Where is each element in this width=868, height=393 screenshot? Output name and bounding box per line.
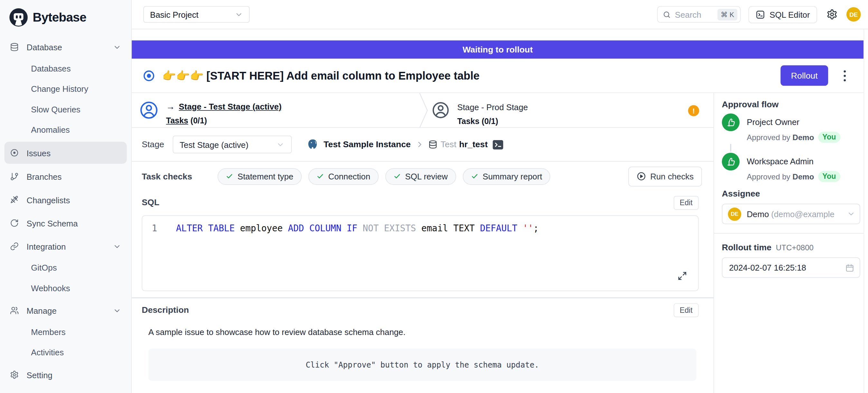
search-input[interactable]: Search ⌘ K (657, 6, 741, 23)
sidebar-item-integration[interactable]: Integration (4, 235, 127, 258)
rollout-time-input[interactable]: 2024-02-07 16:25:18 (722, 258, 860, 278)
git-branch-icon (10, 172, 19, 181)
database-icon (10, 42, 19, 51)
description-edit-button[interactable]: Edit (674, 303, 699, 317)
task-check-pill-statement-type[interactable]: Statement type (218, 168, 302, 185)
issue-header: 👉👉👉[START HERE] Add email column to Empl… (132, 59, 864, 93)
chevron-down-icon (235, 10, 243, 19)
approver-name: Demo (793, 171, 814, 182)
sidebar-item-label: Sync Schema (27, 218, 78, 228)
brand-name: Bytebase (33, 10, 86, 25)
kebab-menu-icon[interactable] (841, 69, 848, 82)
task-checks-label: Task checks (142, 171, 192, 181)
sync-icon (10, 219, 19, 228)
topbar: Basic Project Search ⌘ K SQL E (132, 0, 868, 29)
sidebar-item-branches[interactable]: Branches (4, 165, 127, 188)
project-select[interactable]: Basic Project (143, 6, 250, 23)
bytebase-logo-icon (8, 7, 29, 28)
link-icon (10, 242, 19, 251)
sidebar-item-changelists[interactable]: Changelists (4, 189, 127, 211)
sidebar-item-sync-schema[interactable]: Sync Schema (4, 212, 127, 234)
tasks-link[interactable]: Tasks (166, 116, 188, 125)
chevron-down-icon (276, 141, 284, 149)
assignee-name: Demo (747, 209, 769, 219)
sidebar-item-manage[interactable]: Manage (4, 300, 127, 322)
stage-divider (419, 93, 428, 128)
database-name[interactable]: hr_test (459, 140, 488, 149)
approval-flow-heading: Approval flow (722, 99, 778, 110)
stage-test[interactable]: → Stage - Test Stage (active) Tasks (0/1… (140, 101, 281, 126)
task-check-pill-summary-report[interactable]: Summary report (463, 168, 551, 185)
step-connector (730, 144, 731, 152)
search-shortcut-kbd: ⌘ K (717, 9, 737, 20)
sidebar-nav: DatabaseDatabasesChange HistorySlow Quer… (0, 33, 131, 386)
stage-timeline: → Stage - Test Stage (active) Tasks (0/1… (132, 93, 713, 128)
approval-role: Workspace Admin (747, 154, 840, 169)
issue-title-text: [START HERE] Add email column to Employe… (206, 69, 479, 82)
sidebar-item-members[interactable]: Members (4, 322, 127, 342)
users-icon (10, 306, 19, 315)
sidebar-item-activities[interactable]: Activities (4, 342, 127, 363)
stage-warning-badge: ! (688, 105, 699, 116)
task-check-pills: Statement typeConnectionSQL reviewSummar… (218, 168, 551, 185)
expand-icon[interactable] (678, 271, 687, 280)
sidebar-item-label: Members (31, 327, 65, 337)
circle-dot-icon (10, 149, 19, 157)
issue-detail: → Stage - Test Stage (active) Tasks (0/1… (132, 93, 713, 393)
sidebar-item-label: Anomalies (31, 125, 69, 134)
sidebar-item-webhooks[interactable]: Webhooks (4, 278, 127, 299)
open-in-sql-editor-icon[interactable] (493, 140, 503, 149)
task-check-label: Statement type (238, 172, 293, 181)
sidebar-item-database[interactable]: Database (4, 36, 127, 58)
scrollbar-gutter[interactable] (864, 29, 868, 393)
sidebar-item-databases[interactable]: Databases (4, 58, 127, 79)
sidebar-item-anomalies[interactable]: Anomalies (4, 120, 127, 140)
sidebar-item-slow-queries[interactable]: Slow Queries (4, 99, 127, 120)
sidebar-item-gitops[interactable]: GitOps (4, 258, 127, 278)
sidebar-item-change-history[interactable]: Change History (4, 79, 127, 99)
settings-gear-icon[interactable] (827, 9, 837, 20)
sql-editor-button[interactable]: SQL Editor (749, 6, 817, 23)
assignee-select[interactable]: DE Demo (demo@example (722, 204, 860, 224)
main-region: Basic Project Search ⌘ K SQL E (132, 0, 868, 393)
sql-editor-readonly[interactable]: 1 ALTER TABLE employee ADD COLUMN IF NOT… (142, 215, 699, 291)
calendar-icon (845, 263, 855, 272)
sql-editor-label: SQL Editor (770, 10, 810, 19)
approval-step-project-owner: Project OwnerApproved byDemoYou (714, 113, 864, 143)
task-check-pill-sql-review[interactable]: SQL review (385, 168, 456, 185)
stage-name: Stage - Prod Stage (457, 102, 528, 113)
gear-icon (10, 370, 19, 379)
rollout-button[interactable]: Rollout (780, 65, 828, 86)
run-checks-button[interactable]: Run checks (628, 166, 702, 186)
stage-prod[interactable]: Stage - Prod Stage Tasks (0/1) (432, 101, 528, 126)
approval-step-workspace-admin: Workspace AdminApproved byDemoYou (714, 153, 864, 182)
sidebar-item-label: Database (27, 42, 62, 52)
timezone-label: UTC+0800 (776, 243, 814, 251)
stage-select-value: Test Stage (active) (180, 140, 249, 149)
changelist-icon (10, 195, 19, 204)
rollout-time-value: 2024-02-07 16:25:18 (729, 263, 845, 272)
issue-status-icon (143, 69, 155, 82)
sidebar-item-label: Databases (31, 64, 70, 73)
task-check-pill-connection[interactable]: Connection (308, 168, 379, 185)
sidebar-item-label: Slow Queries (31, 105, 80, 114)
sidebar-item-label: Manage (27, 306, 57, 315)
brand-logo[interactable]: Bytebase (0, 0, 131, 33)
sidebar-item-setting[interactable]: Setting (4, 364, 127, 386)
approval-role: Project Owner (747, 115, 840, 129)
stage-select[interactable]: Test Stage (active) (173, 135, 292, 153)
sidebar-item-label: Changelists (27, 195, 70, 205)
task-checks-row: Task checks Statement typeConnectionSQL … (132, 161, 713, 191)
pointer-emoji: 👉👉👉 (162, 69, 204, 82)
project-select-value: Basic Project (150, 10, 199, 19)
terminal-icon (756, 10, 765, 19)
user-avatar[interactable]: DE (846, 7, 861, 22)
approver-name: Demo (793, 132, 814, 143)
task-check-label: SQL review (405, 172, 447, 181)
sidebar-item-issues[interactable]: Issues (4, 142, 127, 164)
instance-name[interactable]: Test Sample Instance (323, 140, 411, 149)
assignee-avatar: DE (728, 207, 741, 221)
database-icon (429, 140, 438, 149)
sql-edit-button[interactable]: Edit (674, 196, 699, 210)
tasks-count: Tasks (0/1) (457, 117, 498, 126)
